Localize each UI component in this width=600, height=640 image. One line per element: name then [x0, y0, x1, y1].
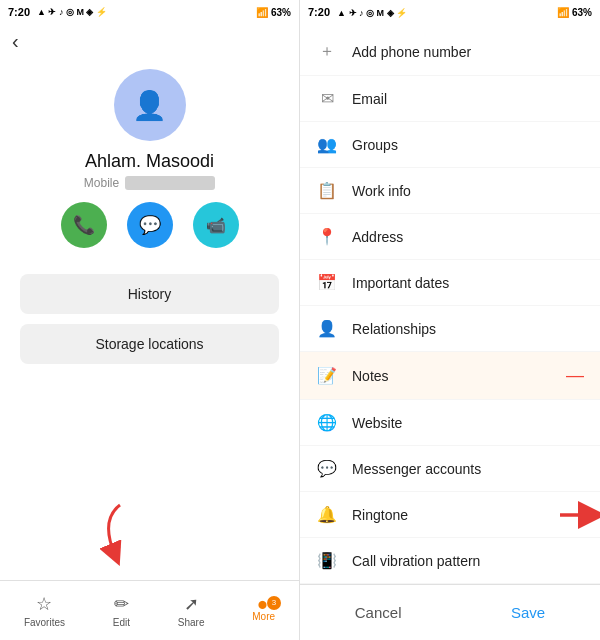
mobile-label: Mobile — [84, 176, 119, 190]
website-text: Website — [352, 415, 584, 431]
bottom-nav: ☆ Favorites ✏ Edit ➚ Share ⬤ More 3 — [0, 580, 299, 640]
relationships-text: Relationships — [352, 321, 584, 337]
website-icon: 🌐 — [316, 413, 338, 432]
avatar-icon: 👤 — [132, 89, 167, 122]
share-label: Share — [178, 617, 205, 628]
action-buttons: 📞 💬 📹 — [61, 202, 239, 248]
status-icons: ▲ ✈ ♪ ◎ M ◈ ⚡ — [37, 7, 107, 17]
more-label: More — [252, 611, 275, 622]
important-dates-icon: 📅 — [316, 273, 338, 292]
menu-item-notes[interactable]: 📝 Notes — — [300, 352, 600, 400]
menu-item-work-info[interactable]: 📋 Work info — [300, 168, 600, 214]
ringtone-text: Ringtone — [352, 507, 584, 523]
avatar: 👤 — [114, 69, 186, 141]
address-icon: 📍 — [316, 227, 338, 246]
menu-item-email[interactable]: ✉ Email — [300, 76, 600, 122]
email-text: Email — [352, 91, 584, 107]
edit-icon: ✏ — [114, 593, 129, 615]
menu-item-address[interactable]: 📍 Address — [300, 214, 600, 260]
work-info-text: Work info — [352, 183, 584, 199]
left-status-bar: 7:20 ▲ ✈ ♪ ◎ M ◈ ⚡ 📶 63% — [0, 0, 299, 24]
right-status-icons: ▲ ✈ ♪ ◎ M ◈ ⚡ — [337, 8, 407, 18]
message-button[interactable]: 💬 — [127, 202, 173, 248]
vibration-icon: 📳 — [316, 551, 338, 570]
menu-list: ＋ Add phone number ✉ Email 👥 Groups 📋 Wo… — [300, 24, 600, 584]
cancel-button[interactable]: Cancel — [325, 596, 432, 629]
phone-row: Mobile — [84, 176, 215, 190]
right-panel: 7:20 ▲ ✈ ♪ ◎ M ◈ ⚡ 📶 63% ＋ Add phone num… — [300, 0, 600, 640]
history-button[interactable]: History — [20, 274, 279, 314]
more-badge: 3 — [267, 596, 281, 610]
nav-favorites[interactable]: ☆ Favorites — [24, 593, 65, 628]
left-battery: 📶 63% — [256, 7, 291, 18]
arrow-container — [0, 364, 299, 580]
left-header: ‹ — [0, 24, 299, 59]
right-battery-area: 📶 63% — [557, 7, 592, 18]
video-button[interactable]: 📹 — [193, 202, 239, 248]
phone-masked — [125, 176, 215, 190]
menu-item-add-phone[interactable]: ＋ Add phone number — [300, 28, 600, 76]
menu-item-relationships[interactable]: 👤 Relationships — [300, 306, 600, 352]
storage-button[interactable]: Storage locations — [20, 324, 279, 364]
menu-item-website[interactable]: 🌐 Website — [300, 400, 600, 446]
nav-more[interactable]: ⬤ More 3 — [252, 600, 275, 622]
right-bottom-actions: Cancel Save — [300, 584, 600, 640]
right-time: 7:20 ▲ ✈ ♪ ◎ M ◈ ⚡ — [308, 6, 407, 18]
address-text: Address — [352, 229, 584, 245]
nav-share[interactable]: ➚ Share — [178, 593, 205, 628]
email-icon: ✉ — [316, 89, 338, 108]
contact-section: 👤 Ahlam. Masoodi Mobile 📞 💬 📹 — [0, 59, 299, 274]
notes-icon: 📝 — [316, 366, 338, 385]
messenger-text: Messenger accounts — [352, 461, 584, 477]
important-dates-text: Important dates — [352, 275, 584, 291]
menu-item-ringtone[interactable]: 🔔 Ringtone — [300, 492, 600, 538]
call-button[interactable]: 📞 — [61, 202, 107, 248]
right-battery-display: 63% — [572, 7, 592, 18]
menu-item-messenger[interactable]: 💬 Messenger accounts — [300, 446, 600, 492]
share-icon: ➚ — [184, 593, 199, 615]
save-button[interactable]: Save — [481, 596, 575, 629]
ringtone-icon: 🔔 — [316, 505, 338, 524]
edit-label: Edit — [113, 617, 130, 628]
menu-item-important-dates[interactable]: 📅 Important dates — [300, 260, 600, 306]
groups-text: Groups — [352, 137, 584, 153]
work-info-icon: 📋 — [316, 181, 338, 200]
add-phone-icon: ＋ — [316, 41, 338, 62]
menu-buttons: History Storage locations — [0, 274, 299, 364]
favorites-label: Favorites — [24, 617, 65, 628]
vibration-text: Call vibration pattern — [352, 553, 584, 569]
menu-item-vibration[interactable]: 📳 Call vibration pattern — [300, 538, 600, 584]
right-status-bar: 7:20 ▲ ✈ ♪ ◎ M ◈ ⚡ 📶 63% — [300, 0, 600, 24]
relationships-icon: 👤 — [316, 319, 338, 338]
back-button[interactable]: ‹ — [12, 30, 19, 53]
add-phone-text: Add phone number — [352, 44, 584, 60]
red-down-arrow-svg — [80, 500, 160, 570]
messenger-icon: 💬 — [316, 459, 338, 478]
favorites-icon: ☆ — [36, 593, 52, 615]
right-signal-icon: 📶 — [557, 7, 569, 18]
signal-icon: 📶 — [256, 7, 268, 18]
left-status-time: 7:20 ▲ ✈ ♪ ◎ M ◈ ⚡ — [8, 6, 107, 18]
red-arrow-down — [0, 500, 299, 580]
left-panel: 7:20 ▲ ✈ ♪ ◎ M ◈ ⚡ 📶 63% ‹ 👤 Ahlam. Maso… — [0, 0, 300, 640]
menu-item-groups[interactable]: 👥 Groups — [300, 122, 600, 168]
notes-text: Notes — [352, 368, 552, 384]
nav-edit[interactable]: ✏ Edit — [113, 593, 130, 628]
time-display: 7:20 — [8, 6, 30, 18]
notes-action[interactable]: — — [566, 365, 584, 386]
battery-display: 63% — [271, 7, 291, 18]
groups-icon: 👥 — [316, 135, 338, 154]
contact-name: Ahlam. Masoodi — [85, 151, 214, 172]
right-time-display: 7:20 — [308, 6, 330, 18]
